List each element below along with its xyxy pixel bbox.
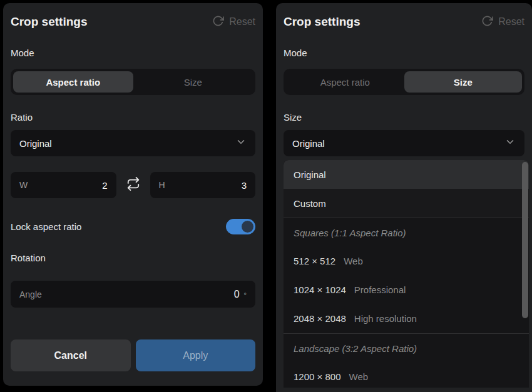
mode-segmented-control: Aspect ratio Size	[11, 69, 255, 95]
reset-label: Reset	[229, 16, 255, 28]
size-select[interactable]: Original	[284, 130, 524, 156]
swap-dimensions-button[interactable]	[123, 177, 144, 193]
crop-settings-panel-aspect: Crop settings Reset Mode Aspect ratio Si…	[3, 3, 263, 386]
rotation-label: Rotation	[11, 252, 255, 264]
height-field[interactable]: H 3	[150, 172, 256, 198]
height-field-label: H	[159, 180, 165, 190]
preset-tag: Web	[344, 247, 363, 276]
chevron-down-icon	[235, 136, 247, 150]
size-select-value: Original	[292, 138, 325, 149]
reset-button[interactable]: Reset	[212, 15, 255, 29]
lock-aspect-ratio-toggle[interactable]	[226, 219, 255, 234]
dropdown-option-512[interactable]: 512 × 512 Web	[284, 247, 529, 276]
height-field-value: 3	[242, 180, 247, 191]
apply-button[interactable]: Apply	[136, 339, 256, 371]
reset-label: Reset	[498, 16, 524, 28]
dropdown-group-landscape: Landscape (3:2 Aspect Ratio) 1200 × 800 …	[284, 333, 529, 388]
size-label: Size	[284, 111, 524, 124]
chevron-down-icon	[504, 136, 516, 150]
mode-segmented-control: Aspect ratio Size	[284, 69, 524, 95]
dropdown-scrollbar[interactable]	[522, 162, 528, 318]
group-header-squares: Squares (1:1 Aspect Ratio)	[284, 218, 529, 247]
dropdown-option-original[interactable]: Original	[284, 160, 529, 189]
cancel-button[interactable]: Cancel	[11, 339, 131, 371]
dropdown-option-2048[interactable]: 2048 × 2048 High resolution	[284, 304, 529, 333]
angle-placeholder: Angle	[19, 289, 42, 299]
panel-title: Crop settings	[284, 15, 360, 29]
swap-icon	[126, 177, 140, 193]
ratio-select[interactable]: Original	[11, 130, 255, 156]
preset-tag: Web	[349, 363, 369, 388]
preset-size: 512 × 512	[294, 247, 335, 276]
reset-button[interactable]: Reset	[481, 15, 524, 29]
ratio-select-value: Original	[19, 138, 52, 149]
crop-settings-screens: Crop settings Reset Mode Aspect ratio Si…	[0, 0, 532, 392]
preset-size: 1200 × 800	[294, 363, 341, 388]
dropdown-option-1200[interactable]: 1200 × 800 Web	[284, 363, 529, 388]
reset-icon	[481, 15, 493, 29]
preset-tag: High resolution	[354, 304, 417, 333]
lock-aspect-ratio-label: Lock aspect ratio	[11, 221, 81, 232]
mode-label: Mode	[11, 47, 255, 59]
dropdown-option-custom[interactable]: Custom	[284, 189, 529, 218]
mode-label: Mode	[284, 47, 524, 59]
toggle-knob	[242, 221, 253, 233]
panel-title: Crop settings	[11, 15, 87, 29]
size-dropdown-list: Original Custom Squares (1:1 Aspect Rati…	[284, 160, 529, 388]
crop-settings-panel-size: Crop settings Reset Mode Aspect ratio Si…	[276, 3, 532, 392]
footer-buttons: Cancel Apply	[11, 339, 255, 371]
mode-option-size[interactable]: Size	[404, 71, 523, 93]
dropdown-option-1024[interactable]: 1024 × 1024 Professional	[284, 276, 529, 304]
mode-option-size[interactable]: Size	[133, 71, 253, 93]
angle-value: 0	[234, 289, 240, 300]
preset-tag: Professional	[354, 276, 406, 304]
dimensions-row: W 2 H 3	[11, 172, 255, 198]
dropdown-group-squares: Squares (1:1 Aspect Ratio) 512 × 512 Web…	[284, 218, 529, 333]
angle-input[interactable]: Angle 0 °	[11, 281, 255, 308]
reset-icon	[212, 15, 224, 29]
width-field-value: 2	[102, 180, 107, 191]
preset-size: 1024 × 1024	[294, 276, 346, 304]
mode-option-aspect-ratio[interactable]: Aspect ratio	[13, 71, 133, 93]
group-header-landscape: Landscape (3:2 Aspect Ratio)	[284, 334, 529, 363]
degree-symbol: °	[244, 291, 247, 299]
mode-option-aspect-ratio[interactable]: Aspect ratio	[286, 71, 404, 93]
lock-aspect-ratio-row: Lock aspect ratio	[11, 218, 255, 234]
width-field-label: W	[19, 180, 28, 190]
preset-size: 2048 × 2048	[294, 304, 346, 333]
width-field[interactable]: W 2	[11, 172, 116, 198]
ratio-label: Ratio	[11, 111, 255, 124]
